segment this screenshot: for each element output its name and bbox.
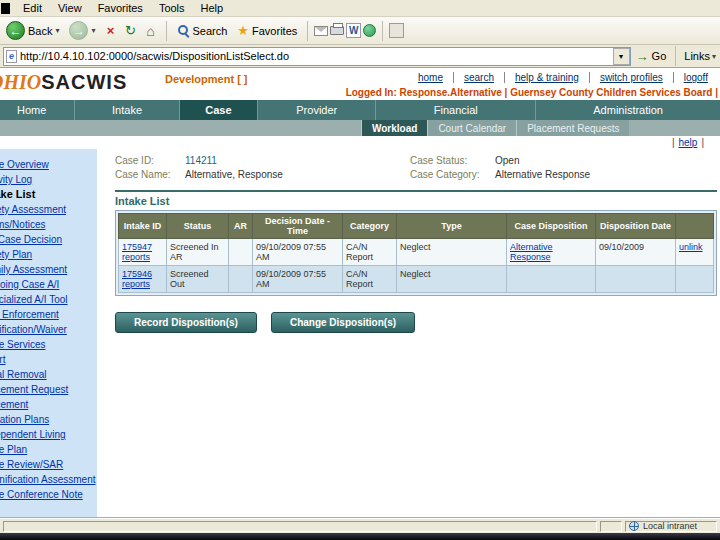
tab-administration[interactable]: Administration [536, 100, 720, 120]
sidebar-item-case-overview[interactable]: Case Overview [0, 157, 97, 172]
sidebar-item-family-assessment[interactable]: Family Assessment [0, 262, 97, 277]
intake-id-link[interactable]: 175947 [122, 242, 163, 252]
help-link[interactable]: help [678, 137, 697, 148]
messenger-icon[interactable] [363, 24, 376, 37]
case-status-value: Open [495, 155, 717, 166]
logo-sacwis: SACWIS [41, 71, 127, 93]
mail-icon[interactable] [314, 26, 328, 36]
sidebar-item-activity-log[interactable]: Activity Log [0, 172, 97, 187]
security-zone-panel: Local intranet [625, 521, 717, 532]
sidebar-item-ar-case-decision[interactable]: AR Case Decision [0, 232, 97, 247]
change-disposition-button[interactable]: Change Disposition(s) [271, 312, 415, 333]
sidebar-item-initial-removal[interactable]: Initial Removal [0, 367, 97, 382]
table-header-row: Intake ID Status AR Decision Date - Time… [119, 214, 714, 239]
back-button[interactable]: ← Back ▾ [2, 19, 63, 42]
refresh-icon[interactable]: ↻ [122, 23, 140, 38]
subnav-spacer [0, 120, 361, 136]
case-category-label: Case Category: [410, 169, 495, 180]
intake-id-link[interactable]: 175946 [122, 269, 163, 279]
menu-view[interactable]: View [50, 1, 90, 15]
col-actions [676, 214, 714, 239]
table-cell [676, 266, 714, 293]
sidebar-item-placement-request[interactable]: Placement Request [0, 382, 97, 397]
sidebar-item-reunification-assessment[interactable]: Reunification Assessment [0, 472, 97, 487]
reports-link[interactable]: reports [122, 279, 163, 289]
tab-intake[interactable]: Intake [75, 100, 179, 120]
case-disposition-link[interactable]: Alternative Response [510, 242, 553, 262]
subtab-placement-requests[interactable]: Placement Requests [516, 120, 629, 136]
menu-tools[interactable]: Tools [151, 1, 193, 15]
forward-dropdown-icon[interactable]: ▾ [91, 26, 95, 35]
sidebar-item-case-plan[interactable]: Case Plan [0, 442, 97, 457]
favorites-button[interactable]: ★ Favorites [233, 21, 301, 40]
go-button[interactable]: → Go [631, 49, 672, 64]
sidebar-item-law-enforcement[interactable]: Law Enforcement [0, 307, 97, 322]
bottom-strip [0, 533, 720, 540]
links-button[interactable]: Links ▾ [680, 50, 720, 62]
sidebar-item-safety-plan[interactable]: Safety Plan [0, 247, 97, 262]
forward-icon: → [69, 21, 88, 40]
sidebar-item-visitation-plans[interactable]: Visitation Plans [0, 412, 97, 427]
reports-link[interactable]: reports [122, 252, 163, 262]
record-disposition-button[interactable]: Record Disposition(s) [115, 312, 257, 333]
content-area: Case Overview Activity Log Intake List S… [0, 149, 720, 520]
print-icon[interactable] [330, 26, 344, 35]
sidebar-item-justification-waiver[interactable]: Justification/Waiver [0, 322, 97, 337]
logged-in-banner: Logged In: Response.Alternative | Guerns… [346, 87, 718, 98]
table-cell: 09/10/2009 [596, 239, 676, 266]
menu-favorites[interactable]: Favorites [90, 1, 151, 15]
tab-financial[interactable]: Financial [376, 100, 536, 120]
sidebar-item-ongoing-case-ai[interactable]: Ongoing Case A/I [0, 277, 97, 292]
address-dropdown-icon[interactable]: ▾ [613, 48, 630, 65]
media-icon[interactable] [389, 23, 404, 38]
table-cell: CA/N Report [343, 266, 397, 293]
sidebar-item-case-services[interactable]: Case Services [0, 337, 97, 352]
sacwis-logo: OHIOSACWIS [0, 71, 127, 94]
table-cell: Alternative Response [507, 239, 596, 266]
back-icon: ← [6, 21, 25, 40]
sidebar-item-forms-notices[interactable]: Forms/Notices [0, 217, 97, 232]
header-links: home search help & training switch profi… [408, 72, 718, 83]
home-link[interactable]: home [408, 72, 453, 83]
sidebar-item-case-conference-note[interactable]: Case Conference Note [0, 487, 97, 502]
home-icon[interactable]: ⌂ [142, 23, 160, 39]
forward-button[interactable]: → ▾ [65, 19, 99, 42]
tab-case[interactable]: Case [180, 100, 258, 120]
menu-bar: Edit View Favorites Tools Help [0, 0, 720, 17]
subtab-court-calendar[interactable]: Court Calendar [427, 120, 516, 136]
search-link[interactable]: search [453, 72, 504, 83]
col-type: Type [397, 214, 507, 239]
browser-window: Edit View Favorites Tools Help ← Back ▾ … [0, 0, 720, 540]
sidebar-item-specialized-ai-tool[interactable]: Specialized A/I Tool [0, 292, 97, 307]
sidebar-item-placement[interactable]: Placement [0, 397, 97, 412]
primary-nav: Home Intake Case Provider Financial Admi… [0, 100, 720, 120]
menu-edit[interactable]: Edit [15, 1, 50, 15]
table-cell [507, 266, 596, 293]
unlink-link[interactable]: unlink [679, 242, 703, 252]
sidebar-item-case-review-sar[interactable]: Case Review/SAR [0, 457, 97, 472]
sidebar-item-intake-list[interactable]: Intake List [0, 187, 97, 202]
sidebar-item-independent-living[interactable]: Independent Living [0, 427, 97, 442]
action-buttons: Record Disposition(s) Change Disposition… [115, 312, 717, 333]
back-dropdown-icon[interactable]: ▾ [55, 26, 59, 35]
status-panel [3, 521, 597, 532]
help-training-link[interactable]: help & training [504, 72, 589, 83]
sidebar-item-safety-assessment[interactable]: Safety Assessment [0, 202, 97, 217]
search-button[interactable]: Search [173, 22, 232, 39]
address-input[interactable]: e http://10.4.10.102:0000/sacwis/Disposi… [3, 47, 631, 66]
tab-provider[interactable]: Provider [258, 100, 376, 120]
tab-home[interactable]: Home [0, 100, 75, 120]
table-cell [229, 239, 253, 266]
menu-help[interactable]: Help [193, 1, 232, 15]
sacwis-app: OHIOSACWIS Development [ ] home search h… [0, 68, 720, 520]
switch-profiles-link[interactable]: switch profiles [589, 72, 673, 83]
sidebar-item-court[interactable]: Court [0, 352, 97, 367]
logoff-link[interactable]: logoff [673, 72, 718, 83]
case-category-value: Alternative Response [495, 169, 717, 180]
main-panel: Case ID: 114211 Case Status: Open Case N… [97, 149, 720, 520]
col-disposition-date: Disposition Date [596, 214, 676, 239]
subtab-workload[interactable]: Workload [361, 120, 427, 136]
stop-icon[interactable]: × [102, 23, 120, 38]
word-edit-icon[interactable]: W [346, 23, 361, 38]
table-cell: 09/10/2009 07:55 AM [253, 239, 343, 266]
